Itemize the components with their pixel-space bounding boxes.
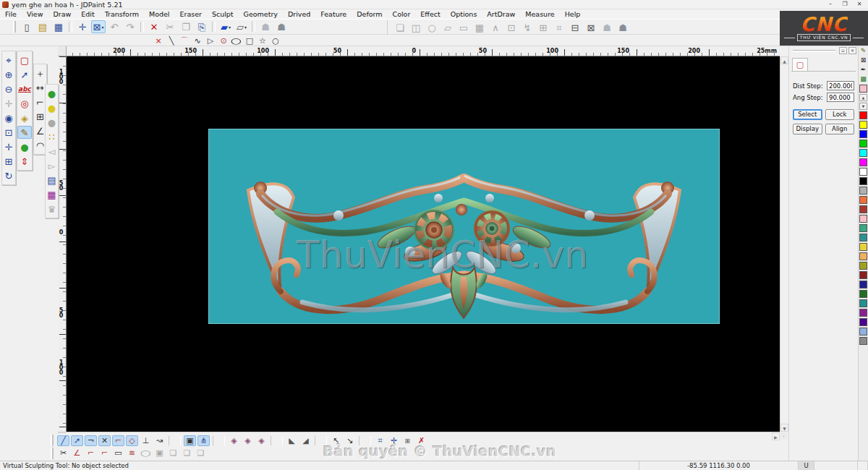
sep[interactable] (169, 435, 181, 446)
new-file[interactable]: ▯▾ (20, 20, 34, 33)
color-swatch[interactable] (859, 299, 867, 307)
surface-snap-1[interactable]: ◈ (228, 435, 240, 446)
sculpt-brush[interactable]: ✎ (17, 126, 32, 139)
sep[interactable]: ▾ (69, 21, 72, 33)
mesh[interactable]: ⊞ (536, 21, 550, 34)
add-point[interactable]: ＋ (33, 67, 48, 80)
wrap[interactable]: ⊡ (504, 21, 519, 34)
cut[interactable]: ✂▾ (163, 20, 177, 33)
zoom-in[interactable]: ⊕ (1, 68, 16, 81)
link-3[interactable]: ❏ (195, 448, 207, 458)
extend-node[interactable]: ∠ (71, 448, 83, 458)
paste[interactable]: ⎘▾ (195, 20, 209, 33)
maximize-button[interactable]: ❐ (838, 0, 852, 9)
cancel-draw[interactable]: × (153, 35, 164, 46)
draw-line[interactable]: ╲ (166, 35, 177, 46)
snap-corner[interactable]: ¬ (85, 435, 97, 446)
eraser-tool[interactable]: ◈ (17, 111, 32, 124)
relief-model[interactable] (208, 129, 720, 324)
menu-item[interactable]: Help (560, 9, 586, 19)
color-swatch[interactable] (859, 290, 867, 298)
menu-item[interactable]: Eraser (174, 9, 206, 19)
ungroup[interactable]: ⊠ (584, 21, 598, 34)
color-swatch[interactable] (859, 252, 867, 260)
color-swatch[interactable] (859, 224, 867, 232)
color-swatch[interactable] (859, 121, 867, 129)
surface-snap-3[interactable]: ◈ (255, 435, 268, 446)
link-1[interactable]: ❏ (167, 448, 179, 458)
lattice[interactable]: ⌗ (552, 21, 566, 34)
multi-curve[interactable]: ≋ (126, 448, 138, 458)
shield-dark[interactable]: ☗▾ (274, 20, 289, 33)
color-swatch[interactable] (859, 337, 867, 345)
text-tool[interactable]: abc (17, 82, 32, 95)
close-button[interactable]: ✕ (852, 0, 867, 9)
color-swatch[interactable] (859, 318, 867, 326)
stretch[interactable]: ▭ (456, 21, 471, 34)
unit-toggle[interactable]: U (799, 461, 814, 470)
shield-light-2[interactable]: ☗ (600, 21, 614, 34)
shield-dark-2[interactable]: ☗ (616, 21, 630, 34)
smooth-node[interactable]: ∧ (488, 21, 503, 34)
toolbar-handle[interactable] (51, 448, 54, 459)
flatten[interactable]: ◣ (286, 435, 298, 446)
dist-step-input[interactable] (827, 81, 854, 90)
select-marquee[interactable]: ▢ (17, 54, 32, 67)
delete[interactable]: ✕▾ (147, 20, 161, 33)
menu-item[interactable]: Draw (48, 9, 76, 19)
array-copy[interactable]: ❏ (393, 21, 407, 34)
prev-state[interactable]: ◅ (45, 145, 59, 158)
menu-item[interactable]: Model (144, 9, 175, 19)
light-off[interactable]: ● (45, 116, 59, 129)
select-button[interactable]: Select (793, 109, 822, 120)
draw-rectangle[interactable]: □ (244, 35, 255, 46)
color-swatch[interactable] (859, 234, 867, 242)
corner-fillet[interactable]: ⌐ (85, 448, 97, 458)
redo[interactable]: ↷▾ (123, 20, 137, 33)
deform[interactable]: ↯ (520, 21, 535, 34)
scroll-down-icon[interactable]: ▼ (780, 424, 788, 432)
trim-node[interactable]: ✂ (57, 448, 69, 458)
menu-item[interactable]: Sculpt (207, 9, 239, 19)
measure-height[interactable]: ⇕ (17, 155, 32, 168)
menu-item[interactable]: Color (388, 9, 416, 19)
render-mode[interactable]: ▱▾ (234, 20, 249, 33)
vertical-scrollbar[interactable]: ▲ ▼ (780, 56, 788, 432)
ellipse-fit[interactable]: ○ (140, 448, 152, 458)
color-swatch[interactable] (859, 140, 867, 148)
palette-marquee[interactable]: ⊠ (859, 56, 868, 65)
select-box[interactable]: ⊠▾ (91, 20, 106, 33)
toolbar-handle[interactable] (13, 21, 16, 33)
menu-item[interactable]: Effect (415, 9, 445, 19)
color-swatch[interactable] (859, 196, 867, 204)
draw-star[interactable]: ☆ (257, 35, 268, 46)
toolbar-handle[interactable] (51, 435, 54, 446)
undo[interactable]: ↶▾ (107, 20, 122, 33)
menu-item[interactable]: Geometry (239, 9, 283, 19)
menu-item[interactable]: View (22, 9, 48, 19)
corner-chamfer[interactable]: ⌐ (98, 448, 111, 458)
color-swatch[interactable] (859, 168, 867, 176)
crown-tool[interactable]: ♛ (45, 202, 59, 215)
align-button[interactable]: Align (825, 124, 855, 134)
menu-item[interactable]: File (0, 9, 22, 19)
link-2[interactable]: ❏ (181, 448, 193, 458)
scroll-right-icon[interactable]: ▶ (772, 432, 780, 440)
group[interactable]: ⊟ (568, 21, 582, 34)
lock-button[interactable]: Lock (825, 109, 855, 120)
panel-grip[interactable] (793, 50, 835, 52)
snap-arc[interactable]: ⌐ (112, 435, 124, 446)
regen-view[interactable]: ↻ (1, 169, 16, 182)
menu-item[interactable]: Drived (283, 9, 315, 19)
snap-mid[interactable]: ⋔ (197, 435, 210, 446)
color-swatch[interactable] (859, 271, 867, 279)
zoom-window[interactable]: ⊞ (1, 155, 16, 168)
sep[interactable]: ▾ (212, 21, 216, 33)
ring-tool[interactable]: ◎ (17, 97, 32, 110)
sep[interactable] (213, 435, 225, 446)
palette-pencil[interactable]: ✎ (859, 46, 868, 56)
snap-free[interactable]: ╱ (57, 435, 69, 446)
color-swatch[interactable] (859, 309, 867, 317)
frame-fit[interactable]: ▣ (153, 448, 166, 458)
layer-book[interactable]: ▤ (45, 174, 59, 187)
